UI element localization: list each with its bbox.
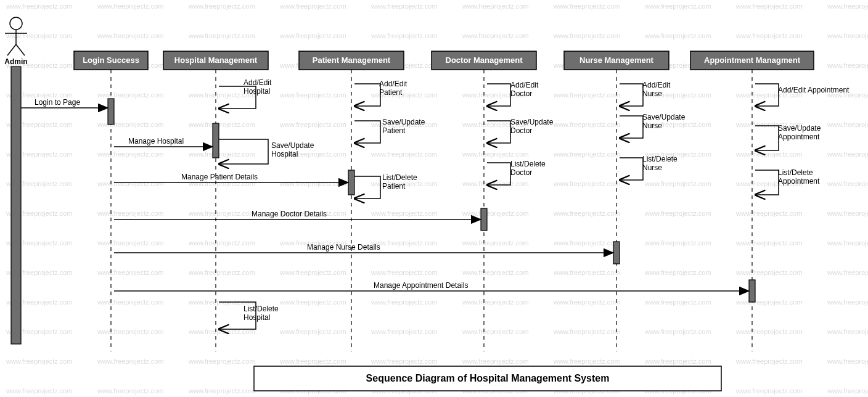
msg-add-nurse-2: Nurse [642, 89, 662, 98]
watermark: www.freeprojectz.com [279, 121, 346, 128]
watermark: www.freeprojectz.com [371, 32, 438, 39]
msg-add-nurse-1: Add/Edit [642, 81, 671, 89]
watermark: www.freeprojectz.com [188, 32, 255, 39]
activation-doctor [481, 208, 487, 231]
watermark: www.freeprojectz.com [735, 32, 803, 39]
watermark: www.freeprojectz.com [371, 150, 438, 158]
lifeline-label-hosp: Hospital Management [174, 55, 258, 65]
msg-list-appt-2: Appointment [778, 177, 820, 186]
self-hospital: Add/Edit Hospital Save/Update Hospital L… [219, 78, 314, 329]
watermark: www.freeprojectz.com [553, 91, 620, 99]
msg-save-patient-2: Patient [382, 126, 406, 135]
msg-add-edit-hospital-2: Hospital [244, 87, 270, 96]
watermark: www.freeprojectz.com [827, 239, 868, 247]
lifeline-label-doctor: Doctor Management [446, 55, 523, 65]
msg-list-doctor-1: List/Delete [510, 160, 546, 168]
watermark: www.freeprojectz.com [644, 32, 711, 39]
msg-save-doctor-1: Save/Update [510, 118, 554, 126]
watermark: www.freeprojectz.com [371, 298, 438, 306]
watermark: www.freeprojectz.com [279, 269, 346, 276]
watermark: www.freeprojectz.com [279, 91, 346, 99]
watermark: www.freeprojectz.com [644, 180, 711, 187]
watermark: www.freeprojectz.com [644, 210, 711, 217]
watermark: www.freeprojectz.com [553, 32, 620, 39]
activation-hospital [213, 123, 219, 158]
msg-manage-appt: Manage Appointment Details [374, 281, 468, 290]
watermark: www.freeprojectz.com [188, 210, 255, 217]
watermark: www.freeprojectz.com [188, 387, 255, 395]
actor-admin: Admin [4, 17, 27, 66]
watermark: www.freeprojectz.com [97, 298, 164, 306]
msg-manage-hospital: Manage Hospital [128, 137, 184, 145]
watermark: www.freeprojectz.com [735, 150, 803, 158]
lifeline-label-login: Login Success [83, 55, 139, 65]
watermark: www.freeprojectz.com [827, 328, 868, 335]
msg-save-hospital-2: Hospital [271, 150, 298, 158]
activation-appt [749, 280, 755, 302]
watermark: www.freeprojectz.com [97, 269, 164, 276]
msg-save-nurse-1: Save/Update [642, 113, 686, 121]
watermark: www.freeprojectz.com [827, 2, 868, 10]
watermark: www.freeprojectz.com [553, 210, 620, 217]
msg-save-doctor-2: Doctor [510, 126, 532, 135]
watermark: www.freeprojectz.com [462, 358, 529, 365]
watermark: www.freeprojectz.com [371, 358, 438, 365]
activation-nurse [613, 242, 620, 264]
watermark: www.freeprojectz.com [462, 298, 529, 306]
msg-list-nurse-2: Nurse [642, 163, 662, 172]
watermark: www.freeprojectz.com [735, 269, 803, 276]
msg-add-patient-2: Patient [379, 88, 403, 97]
watermark: www.freeprojectz.com [735, 239, 803, 247]
watermark: www.freeprojectz.com [644, 2, 711, 10]
watermark: www.freeprojectz.com [827, 269, 868, 276]
watermark: www.freeprojectz.com [735, 358, 803, 365]
watermark: www.freeprojectz.com [462, 180, 529, 187]
msg-manage-patient: Manage Patient Details [181, 173, 258, 181]
watermark: www.freeprojectz.com [97, 328, 164, 335]
watermark: www.freeprojectz.com [735, 328, 803, 335]
lifeline-label-patient: Patient Management [313, 55, 391, 65]
watermark: www.freeprojectz.com [827, 32, 868, 39]
watermark: www.freeprojectz.com [371, 239, 438, 247]
watermark: www.freeprojectz.com [188, 239, 255, 247]
lifeline-label-nurse: Nurse Management [579, 55, 654, 65]
watermark: www.freeprojectz.com [735, 210, 803, 217]
msg-list-hospital: List/Delete [244, 305, 279, 313]
svg-line-4 [16, 44, 25, 55]
self-appt: Add/Edit Appointment Save/Update Appoint… [755, 84, 850, 195]
watermark: www.freeprojectz.com [553, 2, 620, 10]
watermark: www.freeprojectz.com [6, 387, 73, 395]
activation-admin [11, 67, 21, 344]
watermark: www.freeprojectz.com [553, 150, 620, 158]
watermark: www.freeprojectz.com [6, 2, 73, 10]
msg-add-appt: Add/Edit Appointment [778, 86, 850, 94]
watermark: www.freeprojectz.com [553, 269, 620, 276]
watermark: www.freeprojectz.com [827, 121, 868, 128]
watermark: www.freeprojectz.com [827, 180, 868, 187]
watermark: www.freeprojectz.com [735, 2, 803, 10]
watermark: www.freeprojectz.com [827, 62, 868, 69]
msg-save-appt-2: Appointment [778, 133, 820, 141]
msg-manage-doctor: Manage Doctor Details [252, 210, 327, 218]
watermark: www.freeprojectz.com [97, 121, 164, 128]
watermark: www.freeprojectz.com [827, 387, 868, 395]
msg-list-appt-1: List/Delete [778, 168, 813, 177]
msg-list-doctor-2: Doctor [510, 168, 532, 177]
watermark: www.freeprojectz.com [462, 328, 529, 335]
watermark: www.freeprojectz.com [371, 210, 438, 217]
watermark: www.freeprojectz.com [97, 2, 164, 10]
watermark: www.freeprojectz.com [644, 269, 711, 276]
watermark: www.freeprojectz.com [553, 239, 620, 247]
msg-add-edit-hospital: Add/Edit [244, 78, 272, 87]
sequence-diagram: www.freeprojectz.comwww.freeprojectz.com… [0, 0, 868, 397]
msg-list-hospital-2: Hospital [244, 313, 270, 322]
watermark: www.freeprojectz.com [188, 150, 255, 158]
watermark: www.freeprojectz.com [97, 32, 164, 39]
watermark: www.freeprojectz.com [735, 298, 803, 306]
watermark: www.freeprojectz.com [188, 2, 255, 10]
msg-manage-nurse: Manage Nurse Details [307, 243, 380, 252]
lifeline-label-appt: Appointment Managment [704, 55, 801, 65]
msg-save-appt-1: Save/Update [778, 124, 821, 133]
watermark: www.freeprojectz.com [279, 32, 346, 39]
activation-patient [348, 170, 354, 195]
